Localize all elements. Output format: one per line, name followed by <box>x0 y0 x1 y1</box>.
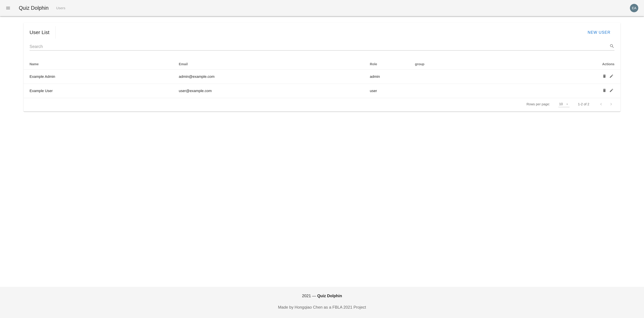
chevron-left-icon <box>599 102 604 106</box>
pencil-icon <box>609 74 614 79</box>
next-page-button[interactable] <box>608 101 614 107</box>
edit-button[interactable] <box>608 88 614 94</box>
delete-button[interactable] <box>602 88 608 94</box>
hamburger-icon <box>6 5 10 10</box>
cell-role: admin <box>364 70 412 84</box>
pagination-range: 1-2 of 2 <box>578 102 589 106</box>
users-table: Name Email Role group Actions Example Ad… <box>24 59 620 98</box>
app-title[interactable]: Quiz Dolphin <box>19 5 48 11</box>
footer-credit: Made by Hongqiao Chen as a FBLA 2021 Pro… <box>0 305 644 310</box>
rows-per-page-value: 10 <box>559 102 563 106</box>
prev-page-button[interactable] <box>598 101 604 107</box>
cell-role: user <box>364 84 412 98</box>
search-input[interactable] <box>30 44 610 49</box>
table-footer: Rows per page: 10 1-2 of 2 <box>24 98 620 111</box>
rows-per-page-label: Rows per page: <box>526 102 550 106</box>
app-bar: Quiz Dolphin Users EA <box>0 0 644 16</box>
edit-button[interactable] <box>608 74 614 80</box>
header-group[interactable]: group <box>412 59 531 70</box>
footer-year: 2021 — <box>302 294 317 298</box>
pencil-icon <box>609 88 614 94</box>
delete-button[interactable] <box>602 74 608 80</box>
breadcrumb: Users <box>56 6 65 10</box>
cell-group <box>412 70 531 84</box>
cell-group <box>412 84 531 98</box>
table-row: Example Adminadmin@example.comadmin <box>24 70 620 84</box>
cell-name: Example Admin <box>24 70 173 84</box>
dropdown-icon <box>566 102 569 106</box>
search-row <box>24 38 620 50</box>
header-actions: Actions <box>531 59 620 70</box>
rows-per-page-select[interactable]: 10 <box>558 101 570 107</box>
trash-icon <box>602 88 606 94</box>
footer-brand: Quiz Dolphin <box>317 294 342 298</box>
chevron-right-icon <box>609 102 614 106</box>
footer-copyright: 2021 — Quiz Dolphin <box>0 294 644 298</box>
pager <box>598 101 614 107</box>
new-user-button[interactable]: New User <box>584 28 614 37</box>
menu-button[interactable] <box>4 4 12 12</box>
avatar[interactable]: EA <box>630 4 638 12</box>
footer: 2021 — Quiz Dolphin Made by Hongqiao Che… <box>0 287 644 318</box>
user-list-card: User List New User Name Email Role group… <box>24 23 620 111</box>
trash-icon <box>602 74 606 79</box>
cell-name: Example User <box>24 84 173 98</box>
cell-actions <box>531 70 620 84</box>
main-content: User List New User Name Email Role group… <box>0 16 644 287</box>
cell-email: admin@example.com <box>173 70 364 84</box>
search-icon[interactable] <box>610 44 614 49</box>
search-field <box>30 44 614 50</box>
header-role[interactable]: Role <box>364 59 412 70</box>
cell-actions <box>531 84 620 98</box>
header-email[interactable]: Email <box>173 59 364 70</box>
card-header: User List New User <box>24 23 620 38</box>
header-name[interactable]: Name <box>24 59 173 70</box>
cell-email: user@example.com <box>173 84 364 98</box>
table-row: Example Useruser@example.comuser <box>24 84 620 98</box>
tab-user-list[interactable]: User List <box>24 26 56 38</box>
